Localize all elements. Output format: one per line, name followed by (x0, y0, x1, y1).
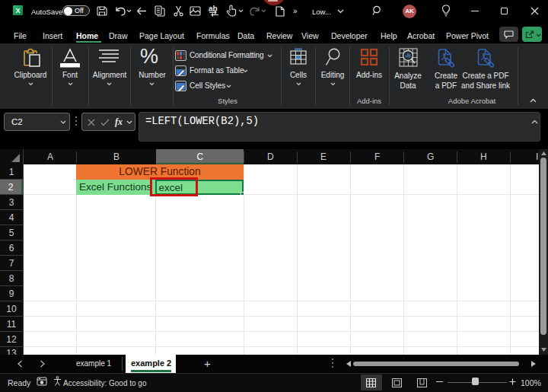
svg-text:X: X (15, 7, 20, 14)
